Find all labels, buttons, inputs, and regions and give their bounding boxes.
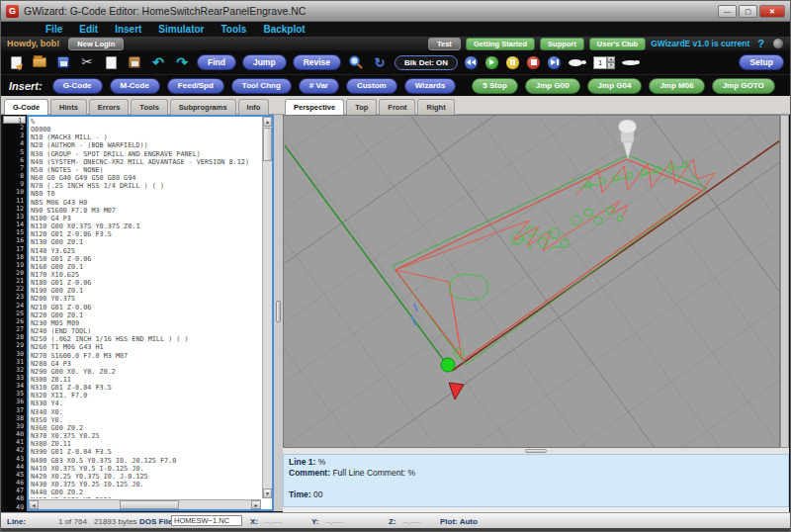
code-line[interactable]: N340 X0.: [31, 408, 261, 416]
pause-button[interactable]: [505, 55, 520, 70]
code-line[interactable]: N90 S1600 F7.0 M3 M07: [31, 207, 261, 215]
tab-subprograms[interactable]: Subprograms: [170, 99, 236, 115]
code-line[interactable]: N450 X1.1929 Y2.2953: [31, 496, 261, 498]
scroll-left-icon[interactable]: ◄: [29, 500, 39, 509]
code-line[interactable]: N380 Z0.11: [31, 440, 261, 448]
code-line[interactable]: N50 (NOTES - NONE): [31, 166, 261, 174]
menu-item-tools[interactable]: Tools: [220, 24, 246, 35]
code-line[interactable]: N440 G00 Z0.2: [31, 488, 261, 496]
insert-button-custom[interactable]: Custom: [346, 78, 397, 94]
setup-button[interactable]: Setup: [739, 54, 784, 70]
help-icon[interactable]: ?: [757, 38, 764, 49]
cut-icon[interactable]: ✂: [78, 53, 96, 71]
view-tab-perspective[interactable]: Perspective: [285, 99, 344, 115]
tab-errors[interactable]: Errors: [89, 99, 130, 115]
code-line[interactable]: N330 Y4.: [31, 399, 261, 407]
code-line[interactable]: N120 G01 Z-0.06 F3.5: [31, 230, 261, 238]
find-button[interactable]: Find: [197, 54, 236, 70]
shortcut-button-jmp-g04[interactable]: Jmp G04: [587, 78, 643, 94]
users-club-button[interactable]: User's Club: [589, 38, 646, 50]
code-line[interactable]: N190 G00 Z0.1: [31, 287, 261, 295]
code-line[interactable]: N140 Y3.625: [31, 247, 261, 255]
tab-info[interactable]: Info: [238, 99, 270, 115]
code-line[interactable]: N240 (END TOOL): [31, 327, 261, 335]
plot-right-scroll-strip[interactable]: [780, 115, 789, 448]
shortcut-button-jmp-m06[interactable]: Jmp M06: [649, 78, 704, 94]
open-file-icon[interactable]: [31, 53, 48, 71]
code-line[interactable]: N360 G00 Z0.2: [31, 424, 261, 432]
play-button[interactable]: [484, 55, 499, 70]
support-button[interactable]: Support: [540, 38, 584, 50]
code-line[interactable]: N210 G01 Z-0.06: [31, 304, 261, 311]
insert-button-m-code[interactable]: M-Code: [110, 78, 160, 94]
menu-item-simulator[interactable]: Simulator: [158, 24, 204, 35]
code-vertical-scrollbar[interactable]: ▲ ▼: [262, 117, 272, 498]
code-line[interactable]: N270 S1600.0 F7.0 M3 M07: [31, 352, 261, 360]
rewind-button[interactable]: [464, 55, 479, 70]
code-line[interactable]: N70 (.25 INCH HSS 1/4 DRILL ) ( ): [31, 182, 261, 190]
code-text[interactable]: %O0000N10 (MACH3 MILL - )N20 (AUTHOR - (…: [31, 118, 261, 498]
insert-button-g-code[interactable]: G-Code: [52, 78, 103, 94]
code-line[interactable]: N310 G01 Z-0.04 F3.5: [31, 384, 261, 392]
shortcut-button-jmp-goto[interactable]: Jmp GOTO: [712, 78, 775, 94]
shortcut-button-jmp-g00[interactable]: Jmp G00: [525, 78, 580, 94]
tab-g-code[interactable]: G-Code: [4, 99, 48, 115]
close-button[interactable]: ✕: [759, 5, 785, 18]
step-button[interactable]: [547, 55, 562, 70]
menu-item-edit[interactable]: Edit: [79, 24, 98, 35]
code-line[interactable]: N390 G01 Z-0.04 F3.5: [31, 448, 261, 456]
speed-value[interactable]: 1: [593, 56, 607, 69]
code-line[interactable]: %: [31, 118, 261, 126]
maximize-button[interactable]: ▢: [739, 5, 757, 18]
code-line[interactable]: N160 G00 Z0.1: [31, 263, 261, 271]
view-tab-top[interactable]: Top: [346, 99, 377, 115]
speed-stepper[interactable]: 1 ▲▼: [593, 56, 615, 69]
turtle-icon[interactable]: [568, 56, 587, 68]
code-line[interactable]: N60 G0 G40 G49 G50 G80 G94: [31, 174, 261, 182]
backplot-3d-view[interactable]: [283, 115, 780, 448]
code-line[interactable]: N420 X0.25 Y0.375 I0. J-0.125: [31, 473, 261, 481]
code-line[interactable]: N370 X0.375 Y0.25: [31, 432, 261, 440]
search-icon[interactable]: [347, 53, 365, 71]
stop-button[interactable]: [526, 55, 541, 70]
save-file-icon[interactable]: [54, 53, 72, 71]
scroll-right-icon[interactable]: ►: [251, 500, 261, 509]
menu-item-file[interactable]: File: [45, 24, 62, 35]
code-line[interactable]: N400 G03 X0.5 Y0.375 I0. J0.125 F7.0: [31, 457, 261, 465]
menu-item-backplot[interactable]: Backplot: [263, 24, 305, 35]
jump-button[interactable]: Jump: [242, 54, 287, 70]
dos-file-input[interactable]: [171, 515, 242, 526]
redo-icon[interactable]: ↷: [173, 53, 191, 71]
code-line[interactable]: N130 G00 Z0.1: [31, 238, 261, 246]
code-line[interactable]: N290 G00 X0. Y0. Z0.2: [31, 368, 261, 376]
code-line[interactable]: N410 X0.375 Y0.5 I-0.125 J0.: [31, 465, 261, 473]
minimize-button[interactable]: —: [718, 5, 737, 18]
code-line[interactable]: N220 G00 Z0.1: [31, 311, 261, 319]
rabbit-icon[interactable]: [621, 56, 641, 68]
code-line[interactable]: N350 Y0.: [31, 416, 261, 424]
shortcut-button-5-stop[interactable]: 5 Stop: [472, 78, 517, 94]
speed-down-icon[interactable]: ▼: [607, 62, 615, 69]
pane-splitter-handle[interactable]: [276, 301, 281, 322]
insert-button-tool-chng[interactable]: Tool Chng: [231, 78, 292, 94]
scroll-up-icon[interactable]: ▲: [263, 117, 272, 127]
code-line[interactable]: N300 Z0.11: [31, 376, 261, 384]
pane-splitter[interactable]: [274, 115, 283, 511]
view-tab-front[interactable]: Front: [379, 99, 415, 115]
new-file-icon[interactable]: [7, 53, 25, 71]
code-line[interactable]: N30 (GROUP - SPOT DRILL AND ENGRAVE PANE…: [31, 150, 261, 158]
view-tab-right[interactable]: Right: [417, 99, 454, 115]
scroll-down-icon[interactable]: ▼: [263, 488, 272, 498]
insert-button-feed-spd[interactable]: Feed/Spd: [167, 78, 224, 94]
tab-tools[interactable]: Tools: [131, 99, 167, 115]
code-line[interactable]: N20 (AUTHOR - (BOB WARFIELD)): [31, 141, 261, 149]
test-button[interactable]: Test: [428, 38, 461, 50]
code-line[interactable]: N180 G01 Z-0.06: [31, 279, 261, 287]
code-line[interactable]: N80 T0: [31, 190, 261, 198]
plot-info-splitter-handle[interactable]: [525, 449, 547, 453]
code-line[interactable]: N320 X11. F7.0: [31, 392, 261, 399]
code-line[interactable]: N170 X10.625: [31, 271, 261, 279]
getting-started-button[interactable]: Getting Started: [466, 38, 535, 50]
code-line[interactable]: N40 (SYSTEM- ONECNC-XR2 MILL ADVANTAGE -…: [31, 158, 261, 166]
insert-button-wizards[interactable]: Wizards: [404, 78, 457, 94]
